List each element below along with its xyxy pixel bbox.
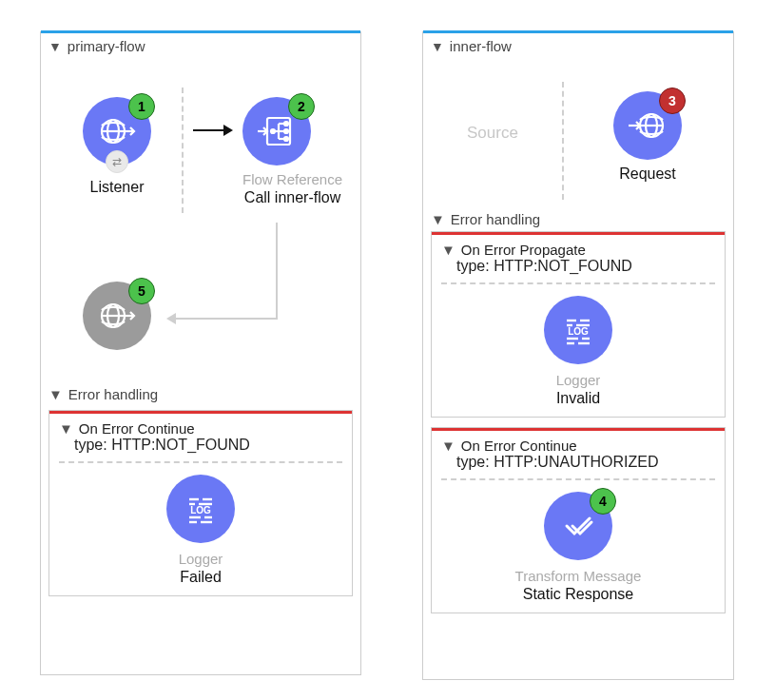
listener-node[interactable]: ⇄ 1 Listener (83, 97, 151, 196)
svg-point-12 (284, 129, 288, 133)
flowref-label: Call inner-flow (242, 189, 342, 206)
flow-ref-icon: 2 (242, 97, 311, 165)
primary-flow-title: primary-flow (68, 38, 145, 54)
inner-on-error-continue-type: type: HTTP:UNAUTHORIZED (441, 454, 715, 480)
primary-flow-title-row: ▼ primary-flow (41, 32, 360, 56)
on-error-propagate-title: On Error Propagate (461, 242, 586, 258)
source-divider (182, 88, 184, 213)
flowref-grey-label: Flow Reference (242, 171, 342, 187)
caret-icon: ▼ (59, 420, 73, 437)
on-error-continue-type: type: HTTP:NOT_FOUND (59, 437, 342, 463)
logger-icon: LOG (166, 475, 235, 543)
listener-label: Listener (83, 179, 151, 196)
caret-icon: ▼ (441, 242, 455, 258)
error-accent (49, 411, 352, 414)
primary-error-section-label: Error handling (68, 386, 158, 402)
inner-transform-node[interactable]: 4 Transform Message Static Response (432, 492, 725, 603)
swap-icon: ⇄ (106, 150, 128, 173)
inner-logger-label: Invalid (556, 390, 600, 407)
transform-grey-label: Transform Message (515, 568, 642, 584)
primary-flow-accent (41, 30, 360, 33)
inner-error-section-title: ▼ Error handling (423, 207, 733, 231)
svg-point-15 (284, 137, 288, 141)
response-node[interactable]: 5 (83, 282, 151, 350)
on-error-propagate-type: type: HTTP:NOT_FOUND (441, 258, 715, 284)
caret-icon: ▼ (431, 211, 445, 227)
inner-error-section-label: Error handling (451, 211, 540, 227)
primary-logger-grey: Logger (179, 551, 223, 567)
error-accent (432, 232, 725, 235)
inner-flow-box: ▼ inner-flow Source (422, 31, 734, 680)
return-line-h (168, 318, 278, 320)
on-error-continue-title: On Error Continue (79, 420, 195, 437)
badge-2: 2 (288, 93, 315, 120)
request-node[interactable]: 3 Request (613, 91, 682, 183)
badge-3: 3 (659, 88, 686, 114)
globe-arrow-icon-grey: 5 (83, 282, 151, 350)
svg-text:LOG: LOG (190, 505, 211, 515)
inner-logger-node[interactable]: LOG Logger Invalid (432, 296, 725, 407)
canvas: ▼ primary-flow ⇄ 1 (0, 0, 775, 700)
badge-1: 1 (128, 93, 155, 120)
inner-on-error-propagate[interactable]: ▼ On Error Propagate type: HTTP:NOT_FOUN… (431, 231, 726, 418)
inner-flow-title: inner-flow (450, 38, 512, 54)
caret-icon: ▼ (431, 39, 444, 54)
transform-icon: 4 (544, 492, 612, 560)
inner-logger-grey: Logger (556, 372, 601, 388)
logger-icon: LOG (544, 296, 612, 364)
primary-on-error-continue[interactable]: ▼ On Error Continue type: HTTP:NOT_FOUND (48, 410, 353, 596)
primary-error-section-title: ▼ Error handling (41, 382, 360, 406)
inner-source-placeholder: Source (467, 124, 518, 143)
request-label: Request (613, 165, 682, 183)
badge-4: 4 (590, 488, 616, 515)
return-line-v (276, 223, 278, 320)
inner-flow-title-row: ▼ inner-flow (423, 32, 733, 56)
caret-icon: ▼ (48, 386, 63, 402)
error-accent (432, 428, 725, 431)
inner-flow-accent (423, 30, 733, 33)
svg-point-7 (271, 129, 275, 133)
caret-icon: ▼ (441, 438, 455, 454)
arrow-listener-to-flowref (193, 129, 231, 131)
primary-logger-label: Failed (180, 569, 222, 586)
svg-point-10 (284, 122, 288, 126)
globe-in-arrow-icon: 3 (613, 91, 682, 160)
inner-on-error-continue-title: On Error Continue (461, 438, 577, 454)
flow-reference-node[interactable]: 2 Flow Reference Call inner-flow (242, 97, 342, 206)
caret-icon: ▼ (48, 39, 62, 54)
inner-on-error-continue[interactable]: ▼ On Error Continue type: HTTP:UNAUTHORI… (431, 427, 726, 613)
primary-flow-box: ▼ primary-flow ⇄ 1 (40, 31, 361, 675)
globe-arrow-icon: ⇄ 1 (83, 97, 151, 165)
primary-logger-node[interactable]: LOG Logger Failed (49, 475, 352, 586)
badge-5: 5 (128, 278, 155, 304)
inner-source-divider (562, 82, 564, 200)
transform-label: Static Response (523, 586, 634, 603)
svg-text:LOG: LOG (568, 326, 589, 337)
